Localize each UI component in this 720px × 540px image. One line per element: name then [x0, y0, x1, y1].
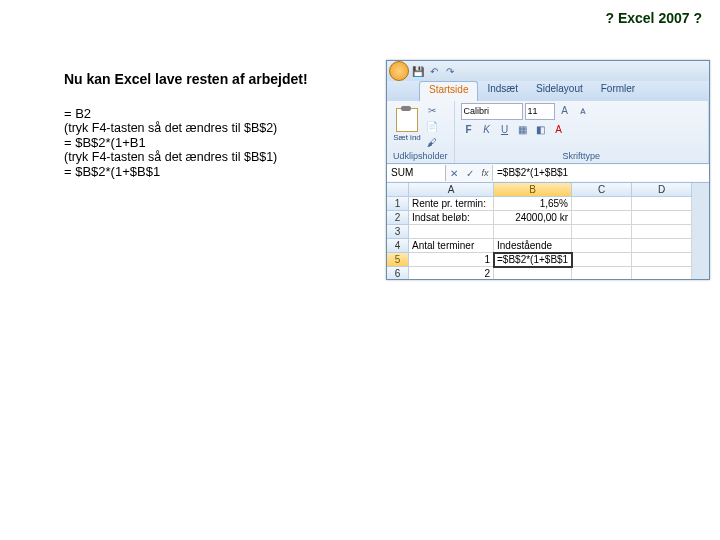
office-button[interactable] [389, 61, 409, 81]
row-header-6[interactable]: 6 [387, 267, 409, 280]
tab-indsaet[interactable]: Indsæt [478, 81, 527, 101]
tab-sidelayout[interactable]: Sidelayout [527, 81, 592, 101]
copy-button[interactable]: 📄 [424, 119, 440, 133]
clipboard-group-label: Udklipsholder [393, 151, 448, 162]
instruction-line-1: = B2 [64, 106, 374, 121]
instruction-hint-1: (tryk F4-tasten så det ændres til $B$2) [64, 121, 374, 135]
borders-button[interactable]: ▦ [515, 122, 531, 136]
cell-c5[interactable] [572, 253, 632, 267]
col-header-c[interactable]: C [572, 183, 632, 197]
cell-a4[interactable]: Antal terminer [409, 239, 494, 253]
cell-a5[interactable]: 1 [409, 253, 494, 267]
qat-undo-button[interactable]: ↶ [427, 64, 441, 78]
formula-input[interactable]: =$B$2*(1+$B$1 [492, 165, 709, 181]
cell-c3[interactable] [572, 225, 632, 239]
cell-c2[interactable] [572, 211, 632, 225]
cell-b2[interactable]: 24000,00 kr [494, 211, 572, 225]
cell-a6[interactable]: 2 [409, 267, 494, 280]
cell-d4[interactable] [632, 239, 692, 253]
font-color-button[interactable]: A [551, 122, 567, 136]
cell-b6[interactable] [494, 267, 572, 280]
fx-icon[interactable]: fx [478, 168, 492, 178]
col-header-a[interactable]: A [409, 183, 494, 197]
cell-c6[interactable] [572, 267, 632, 280]
font-name-combo[interactable]: Calibri [461, 103, 523, 120]
fill-color-button[interactable]: ◧ [533, 122, 549, 136]
row-header-2[interactable]: 2 [387, 211, 409, 225]
cut-button[interactable]: ✂ [424, 103, 440, 117]
font-size-combo[interactable]: 11 [525, 103, 555, 120]
confirm-edit-button[interactable]: ✓ [462, 166, 478, 180]
cell-a1[interactable]: Rente pr. termin: [409, 197, 494, 211]
page-header: ? Excel 2007 ? [0, 0, 720, 26]
tab-startside[interactable]: Startside [419, 81, 478, 101]
ribbon-tabs: Startside Indsæt Sidelayout Formler [387, 81, 709, 101]
paste-button[interactable]: Sæt ind [393, 103, 421, 147]
paste-icon [396, 108, 418, 132]
instructions-panel: Nu kan Excel lave resten af arbejdet! = … [64, 70, 374, 179]
ribbon-group-font: Calibri 11 A ᴀ F K U ▦ ◧ A Skrifttype [455, 101, 709, 163]
ribbon: Sæt ind ✂ 📄 🖌 Udklipsholder Calibri 11 A… [387, 101, 709, 164]
qat-redo-button[interactable]: ↷ [443, 64, 457, 78]
name-box[interactable]: SUM [387, 165, 446, 181]
italic-button[interactable]: K [479, 122, 495, 136]
decrease-font-button[interactable]: ᴀ [575, 103, 591, 117]
qat-save-button[interactable]: 💾 [411, 64, 425, 78]
spreadsheet-grid[interactable]: A B C D 1 Rente pr. termin: 1,65% 2 Inds… [387, 183, 709, 280]
row-header-5[interactable]: 5 [387, 253, 409, 267]
col-header-b[interactable]: B [494, 183, 572, 197]
increase-font-button[interactable]: A [557, 103, 573, 117]
font-group-label: Skrifttype [461, 151, 702, 162]
cell-d5[interactable] [632, 253, 692, 267]
instruction-line-2: = $B$2*(1+B1 [64, 135, 374, 150]
cell-b3[interactable] [494, 225, 572, 239]
cell-b4[interactable]: Indestående [494, 239, 572, 253]
cell-d3[interactable] [632, 225, 692, 239]
row-header-4[interactable]: 4 [387, 239, 409, 253]
cell-b5[interactable]: =$B$2*(1+$B$1 [494, 253, 572, 267]
select-all-corner[interactable] [387, 183, 409, 197]
paste-label: Sæt ind [393, 133, 421, 142]
cell-c1[interactable] [572, 197, 632, 211]
cell-a2[interactable]: Indsat beløb: [409, 211, 494, 225]
cell-d1[interactable] [632, 197, 692, 211]
instruction-hint-2: (tryk F4-tasten så det ændres til $B$1) [64, 150, 374, 164]
excel-window: 💾 ↶ ↷ Startside Indsæt Sidelayout Formle… [386, 60, 710, 280]
row-header-1[interactable]: 1 [387, 197, 409, 211]
cell-a3[interactable] [409, 225, 494, 239]
row-header-3[interactable]: 3 [387, 225, 409, 239]
col-header-d[interactable]: D [632, 183, 692, 197]
ribbon-group-clipboard: Sæt ind ✂ 📄 🖌 Udklipsholder [387, 101, 455, 163]
cell-d2[interactable] [632, 211, 692, 225]
bold-button[interactable]: F [461, 122, 477, 136]
instructions-title: Nu kan Excel lave resten af arbejdet! [64, 70, 374, 88]
underline-button[interactable]: U [497, 122, 513, 136]
window-titlebar: 💾 ↶ ↷ [387, 61, 709, 81]
cancel-edit-button[interactable]: ✕ [446, 166, 462, 180]
formula-bar: SUM ✕ ✓ fx =$B$2*(1+$B$1 [387, 164, 709, 183]
cell-b1[interactable]: 1,65% [494, 197, 572, 211]
cell-d6[interactable] [632, 267, 692, 280]
cell-c4[interactable] [572, 239, 632, 253]
format-painter-button[interactable]: 🖌 [424, 135, 440, 149]
tab-formler[interactable]: Formler [592, 81, 644, 101]
instruction-line-3: = $B$2*(1+$B$1 [64, 164, 374, 179]
